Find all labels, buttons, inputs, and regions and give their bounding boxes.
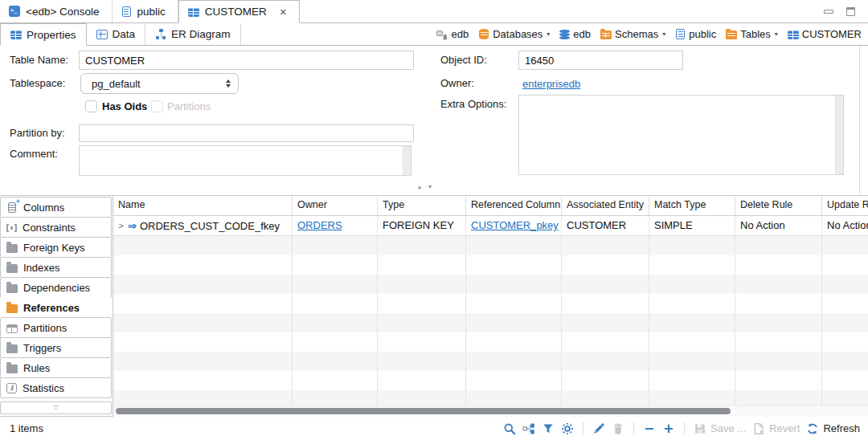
db-orange-icon: [479, 29, 489, 39]
cell-update-rule: No Action: [822, 216, 868, 235]
revert-icon: [752, 422, 765, 435]
close-tab-icon[interactable]: ×: [280, 6, 287, 18]
breadcrumb-item-edb[interactable]: edb: [436, 28, 469, 40]
tab-er-diagram[interactable]: ER Diagram: [145, 23, 241, 45]
tab-properties[interactable]: Properties: [0, 23, 87, 46]
sidebar-item-label: Triggers: [23, 342, 61, 354]
edit-icon: [592, 422, 605, 435]
sidebar-item-label: Columns: [23, 202, 64, 214]
sidebar-item-rules[interactable]: Rules: [0, 357, 112, 378]
partition-by-input[interactable]: [79, 124, 414, 142]
has-oids-checkbox[interactable]: [85, 100, 97, 112]
save-button[interactable]: Save ...: [694, 422, 746, 435]
tablespace-select[interactable]: pg_default: [80, 73, 239, 94]
filter-button[interactable]: [542, 422, 555, 435]
breadcrumb-item-edb[interactable]: edb: [559, 28, 591, 40]
sidebar-item-partitions[interactable]: Partitions: [0, 317, 112, 338]
editor-tab-label: public: [137, 6, 166, 18]
er-icon: [155, 29, 166, 40]
tab-data[interactable]: Data: [87, 23, 146, 45]
column-header-type[interactable]: Type: [378, 196, 466, 215]
splitter-handle[interactable]: ▴▾: [418, 182, 432, 192]
editor-tab-edb-console[interactable]: <edb> Console: [0, 0, 113, 22]
editor-tabs: <edb> ConsolepublicCUSTOMER×: [0, 0, 300, 22]
refresh-button[interactable]: Refresh: [806, 422, 860, 435]
scrollbar-thumb[interactable]: [116, 408, 731, 414]
folder-icon: [6, 284, 18, 293]
sidebar-item-constraints[interactable]: Constraints: [0, 217, 112, 238]
minimize-button[interactable]: [824, 10, 833, 14]
editor-tab-customer[interactable]: CUSTOMER×: [178, 0, 300, 23]
column-header-associated-entity[interactable]: Associated Entity: [562, 196, 649, 215]
owner-link[interactable]: ORDERS: [297, 219, 342, 231]
sidebar-item-foreign-keys[interactable]: Foreign Keys: [0, 237, 112, 258]
view-tab-label: Data: [113, 28, 136, 40]
horizontal-scrollbar[interactable]: [113, 405, 868, 417]
search-button[interactable]: [503, 422, 516, 435]
section-sidebar: ColumnsConstraintsForeign KeysIndexesDep…: [0, 198, 113, 398]
column-header-delete-rule[interactable]: Delete Rule: [735, 196, 822, 215]
breadcrumb-item-databases[interactable]: Databases▾: [478, 28, 550, 40]
folder-icon: [6, 244, 18, 253]
comment-textarea[interactable]: [79, 145, 411, 176]
remove-row-icon: [643, 422, 656, 435]
owner-label: Owner:: [440, 74, 474, 93]
column-header-update-rule[interactable]: Update Rule: [822, 196, 868, 215]
sidebar-item-indexes[interactable]: Indexes: [0, 257, 112, 278]
owner-link[interactable]: enterprisedb: [522, 78, 580, 90]
sidebar-item-label: Indexes: [23, 262, 60, 274]
breadcrumb-item-public[interactable]: public: [675, 28, 716, 40]
table-icon: [188, 8, 199, 17]
column-header-referenced-column[interactable]: Referenced Column: [466, 196, 562, 215]
dropdown-caret-icon: ▾: [662, 31, 665, 38]
select-stepper-icon: [226, 79, 231, 88]
dropdown-caret-icon: ▾: [547, 31, 550, 38]
partitions-label: Partitions: [167, 100, 211, 112]
extra-options-textarea[interactable]: [518, 95, 844, 175]
object-id-input[interactable]: [518, 51, 683, 70]
scroll-down-icon: ▽: [54, 405, 58, 411]
object-id-label: Object ID:: [440, 51, 487, 70]
tablespace-value: pg_default: [92, 78, 141, 90]
expand-chevron-icon[interactable]: >: [115, 217, 127, 235]
editor-tab-label: CUSTOMER: [205, 6, 267, 18]
column-header-name[interactable]: Name: [113, 196, 293, 215]
toolbar-button-label: Revert: [769, 422, 800, 434]
dropdown-caret-icon: ▾: [775, 31, 778, 38]
table-name-input[interactable]: [79, 51, 414, 70]
document-icon: [122, 6, 131, 17]
cell-match-type: SIMPLE: [649, 216, 735, 235]
form-right-divider: [859, 46, 860, 194]
sidebar-scroll-more-button[interactable]: ▽: [0, 401, 112, 414]
remove-row-button[interactable]: [643, 422, 656, 435]
breadcrumb-item-tables[interactable]: Tables▾: [726, 28, 778, 40]
constraints-icon: [6, 224, 17, 232]
editor-tab-public[interactable]: public: [113, 0, 178, 22]
maximize-button[interactable]: [846, 7, 855, 16]
sidebar-item-references[interactable]: References: [0, 297, 112, 318]
editor-tab-bar: <edb> ConsolepublicCUSTOMER×: [0, 0, 868, 23]
edit-button[interactable]: [592, 422, 605, 435]
settings-button[interactable]: [561, 422, 574, 435]
sidebar-item-label: Foreign Keys: [23, 242, 85, 254]
view-config-button[interactable]: [522, 422, 535, 435]
sidebar-item-dependencies[interactable]: Dependencies: [0, 277, 112, 298]
column-header-match-type[interactable]: Match Type: [649, 196, 735, 215]
table-row[interactable]: >⇒ORDERS_CUST_CODE_fkeyORDERSFOREIGN KEY…: [113, 216, 868, 236]
sidebar-item-columns[interactable]: Columns: [0, 197, 112, 218]
sidebar-item-triggers[interactable]: Triggers: [0, 337, 112, 358]
referenced-column-link[interactable]: CUSTOMER_pkey: [471, 219, 559, 231]
column-header-owner[interactable]: Owner: [293, 196, 378, 215]
table-icon: [788, 31, 799, 39]
revert-button[interactable]: Revert: [752, 422, 800, 435]
breadcrumb-item-schemas[interactable]: Schemas▾: [600, 28, 665, 40]
data-icon: [96, 30, 108, 39]
delete-button[interactable]: [612, 422, 624, 435]
add-row-button[interactable]: [662, 422, 675, 435]
schema-folder-icon: [600, 31, 612, 39]
sidebar-item-label: References: [23, 302, 80, 314]
sidebar-item-statistics[interactable]: Statistics: [0, 377, 112, 398]
toolbar-separator: [583, 422, 583, 435]
breadcrumb-item-customer[interactable]: CUSTOMER: [788, 28, 862, 40]
delete-icon: [612, 422, 624, 435]
